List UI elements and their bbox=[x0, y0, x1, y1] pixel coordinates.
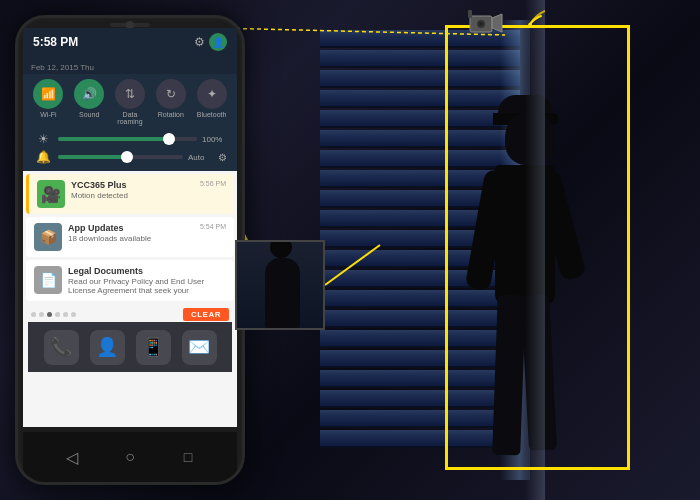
quick-settings-row: 📶 Wi-Fi 🔊 Sound ⇅ Data ro bbox=[28, 79, 232, 125]
quick-settings-panel: 📶 Wi-Fi 🔊 Sound ⇅ Data ro bbox=[23, 74, 237, 171]
volume-slider-row: 🔔 Auto ⚙ bbox=[28, 148, 232, 166]
back-nav-button[interactable]: ◁ bbox=[61, 446, 83, 468]
notification-app-updates[interactable]: 📦 App Updates 18 downloads available 5:5… bbox=[26, 217, 234, 257]
sound-toggle[interactable]: 🔊 Sound bbox=[70, 79, 108, 125]
dock-phone-app[interactable]: 📞 bbox=[44, 330, 79, 365]
svg-point-5 bbox=[528, 23, 532, 27]
security-camera bbox=[468, 8, 504, 42]
motion-preview-thumbnail bbox=[235, 240, 325, 330]
dot-1 bbox=[31, 312, 36, 317]
dot-5 bbox=[63, 312, 68, 317]
dot-2 bbox=[39, 312, 44, 317]
rotation-toggle[interactable]: ↻ Rotation bbox=[152, 79, 190, 125]
bluetooth-toggle[interactable]: ✦ Bluetooth bbox=[193, 79, 231, 125]
svg-point-3 bbox=[479, 22, 483, 26]
dock-mail-app[interactable]: ✉️ bbox=[182, 330, 217, 365]
recents-nav-button[interactable]: □ bbox=[177, 446, 199, 468]
svg-rect-4 bbox=[468, 10, 472, 18]
legal-docs-content: Legal Documents Read our Privacy Policy … bbox=[68, 266, 226, 295]
phone-navigation-bar: ◁ ○ □ bbox=[23, 432, 237, 482]
status-icons: ⚙ 👤 bbox=[194, 33, 227, 51]
app-updates-content: App Updates 18 downloads available bbox=[68, 223, 194, 243]
user-avatar-icon[interactable]: 👤 bbox=[209, 33, 227, 51]
brightness-label: 100% bbox=[202, 135, 227, 144]
legal-docs-name: Legal Documents bbox=[68, 266, 226, 276]
status-date: Feb 12, 2015 Thu bbox=[23, 56, 237, 74]
dot-6 bbox=[71, 312, 76, 317]
app-updates-message: 18 downloads available bbox=[68, 234, 194, 243]
brightness-slider-row: ☀ 100% bbox=[28, 130, 232, 148]
notification-ycc365[interactable]: 🎥 YCC365 Plus Motion detected 5:56 PM bbox=[26, 174, 234, 214]
dock-apps-app[interactable]: 📱 bbox=[136, 330, 171, 365]
notification-dots bbox=[31, 312, 76, 317]
home-nav-button[interactable]: ○ bbox=[119, 446, 141, 468]
data-roaming-toggle[interactable]: ⇅ Data roaming bbox=[111, 79, 149, 125]
phone-dock: 📞 👤 📱 ✉️ bbox=[28, 322, 232, 372]
clear-notifications-button[interactable]: CLEAR bbox=[183, 308, 229, 321]
volume-icon: 🔔 bbox=[33, 150, 53, 164]
legal-docs-icon: 📄 bbox=[34, 266, 62, 294]
phone-screen: 5:58 PM ⚙ 👤 Feb 12, 2015 Thu 📶 Wi-F bbox=[23, 28, 237, 427]
legal-docs-message: Read our Privacy Policy and End User Lic… bbox=[68, 277, 226, 295]
wifi-signal-icon bbox=[515, 2, 545, 36]
wifi-toggle[interactable]: 📶 Wi-Fi bbox=[29, 79, 67, 125]
detection-rectangle bbox=[445, 25, 630, 470]
dot-3 bbox=[47, 312, 52, 317]
gear-icon[interactable]: ⚙ bbox=[194, 35, 205, 49]
status-time: 5:58 PM bbox=[33, 35, 78, 49]
status-bar: 5:58 PM ⚙ 👤 bbox=[23, 28, 237, 56]
ycc365-notification-message: Motion detected bbox=[71, 191, 194, 200]
ycc365-notification-time: 5:56 PM bbox=[200, 180, 226, 187]
volume-auto-label: Auto bbox=[188, 153, 213, 162]
notification-legal[interactable]: 📄 Legal Documents Read our Privacy Polic… bbox=[26, 260, 234, 301]
phone-mockup: 5:58 PM ⚙ 👤 Feb 12, 2015 Thu 📶 Wi-F bbox=[15, 15, 245, 485]
brightness-slider[interactable] bbox=[58, 137, 197, 141]
dot-4 bbox=[55, 312, 60, 317]
svg-marker-1 bbox=[492, 14, 502, 32]
ycc365-app-icon: 🎥 bbox=[37, 180, 65, 208]
app-updates-time: 5:54 PM bbox=[200, 223, 226, 230]
app-updates-name: App Updates bbox=[68, 223, 194, 233]
settings-icon[interactable]: ⚙ bbox=[218, 152, 227, 163]
ycc365-app-name: YCC365 Plus bbox=[71, 180, 194, 190]
app-updates-icon: 📦 bbox=[34, 223, 62, 251]
volume-slider[interactable] bbox=[58, 155, 183, 159]
dock-contacts-app[interactable]: 👤 bbox=[90, 330, 125, 365]
notification-area: 🎥 YCC365 Plus Motion detected 5:56 PM 📦 … bbox=[23, 171, 237, 427]
brightness-icon: ☀ bbox=[33, 132, 53, 146]
ycc365-notification-content: YCC365 Plus Motion detected bbox=[71, 180, 194, 200]
